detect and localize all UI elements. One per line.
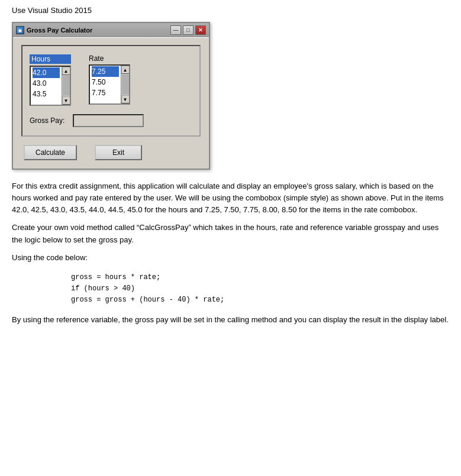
hours-listbox-group: Hours 42.0 43.0 43.5 ▲ ▼: [30, 54, 71, 106]
hours-scroll-track: [63, 76, 70, 96]
grosspay-display: [73, 114, 144, 127]
paragraph-4: By using the reference variable, the gro…: [12, 314, 449, 326]
calculate-button[interactable]: Calculate: [24, 145, 77, 160]
rate-scroll-down[interactable]: ▼: [121, 95, 130, 103]
code-line-3: gross = gross + (hours - 40) * rate;: [71, 294, 449, 306]
hours-scroll-down[interactable]: ▼: [62, 96, 70, 105]
hours-label: Hours: [30, 54, 71, 64]
paragraph-4-text: By using the reference variable, the gro…: [12, 315, 449, 324]
paragraph-2: Create your own void method called “Calc…: [12, 222, 449, 245]
minimize-button[interactable]: —: [170, 25, 181, 35]
paragraph-3: Using the code below:: [12, 252, 449, 264]
rate-label: Rate: [89, 54, 130, 63]
hours-listbox[interactable]: 42.0 43.0 43.5 ▲ ▼: [30, 66, 71, 106]
code-line-2: if (hours > 40): [71, 283, 449, 294]
hours-item-2[interactable]: 43.5: [33, 89, 60, 99]
maximize-button[interactable]: □: [183, 25, 194, 35]
listboxes-row: Hours 42.0 43.0 43.5 ▲ ▼: [30, 54, 192, 106]
exit-button[interactable]: Exit: [95, 145, 142, 160]
hours-item-1[interactable]: 43.0: [33, 78, 60, 89]
rate-listbox-group: Rate 7.25 7.50 7.75 ▲ ▼: [89, 54, 130, 106]
rate-listbox[interactable]: 7.25 7.50 7.75 ▲ ▼: [89, 64, 130, 105]
grosspay-label: Gross Pay:: [30, 116, 68, 125]
inner-panel: Hours 42.0 43.0 43.5 ▲ ▼: [21, 45, 201, 137]
page-top-label: Use Visual Studio 2015: [12, 6, 449, 15]
window-controls: — □ ✕: [170, 25, 206, 35]
hours-listbox-items: 42.0 43.0 43.5: [31, 67, 62, 105]
rate-scroll-up[interactable]: ▲: [121, 66, 130, 74]
window-body: Hours 42.0 43.0 43.5 ▲ ▼: [13, 37, 209, 169]
grosspay-row: Gross Pay:: [30, 114, 192, 127]
window-title: Gross Pay Calculator: [27, 27, 92, 34]
app-window: ▣ Gross Pay Calculator — □ ✕ Hours 42.0 …: [12, 22, 210, 170]
rate-listbox-items: 7.25 7.50 7.75: [90, 66, 121, 103]
description-section-2: By using the reference variable, the gro…: [12, 314, 449, 326]
app-icon: ▣: [16, 26, 24, 34]
hours-scroll-up[interactable]: ▲: [62, 67, 70, 75]
hours-item-0[interactable]: 42.0: [33, 67, 60, 78]
rate-scroll-track: [122, 75, 129, 95]
titlebar-left: ▣ Gross Pay Calculator: [16, 26, 92, 34]
buttons-row: Calculate Exit: [21, 145, 201, 160]
code-line-1: gross = hours * rate;: [71, 272, 449, 283]
description-section: For this extra credit assignment, this a…: [12, 180, 449, 264]
rate-item-2[interactable]: 7.75: [92, 88, 119, 98]
paragraph-1: For this extra credit assignment, this a…: [12, 180, 449, 216]
window-titlebar: ▣ Gross Pay Calculator — □ ✕: [13, 23, 209, 37]
hours-scrollbar: ▲ ▼: [62, 67, 70, 105]
rate-item-1[interactable]: 7.50: [92, 77, 119, 88]
rate-scrollbar: ▲ ▼: [121, 66, 129, 103]
rate-item-0[interactable]: 7.25: [92, 66, 119, 77]
code-block: gross = hours * rate; if (hours > 40) gr…: [71, 272, 449, 306]
close-button[interactable]: ✕: [195, 25, 206, 35]
